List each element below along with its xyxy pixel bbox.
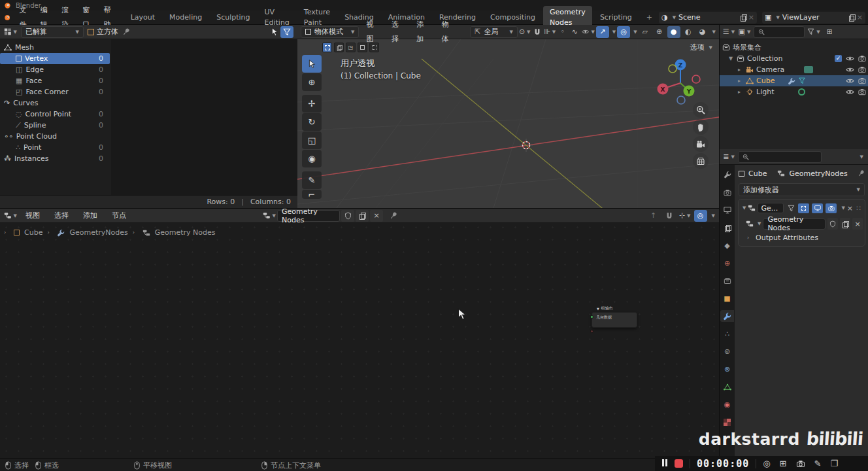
outliner-row-collection[interactable]: ▼ Collection ✓: [720, 53, 868, 64]
tree-group-instances[interactable]: ⁂ Instances 0: [0, 153, 110, 164]
outliner-row-cube[interactable]: ▸ Cube: [720, 75, 868, 86]
node-snap-magnet-icon[interactable]: [663, 210, 676, 222]
gizmos-dropdown-icon[interactable]: ▼: [612, 29, 616, 35]
orthographic-toggle-icon[interactable]: [693, 153, 709, 169]
pivot-point-icon[interactable]: ⊙▼: [519, 26, 531, 38]
collection-checkbox[interactable]: ✓: [835, 55, 842, 62]
viewlayer-selector[interactable]: ▣▼ ViewLayer ×: [762, 12, 865, 24]
select-mode-subtract-icon[interactable]: ◳: [346, 43, 356, 52]
unlink-icon[interactable]: ×: [370, 210, 383, 222]
tool-transform[interactable]: ◉: [302, 150, 322, 167]
xray-toggle-icon[interactable]: ▱: [639, 26, 652, 38]
outliner-search-input[interactable]: [754, 26, 805, 38]
render-visibility-icon[interactable]: [858, 55, 866, 62]
tree-group-curves[interactable]: ↷ Curves: [0, 97, 110, 109]
tab-compositing[interactable]: Compositing: [484, 11, 542, 24]
tab-output-icon[interactable]: [720, 204, 734, 216]
select-mode-intersect-icon[interactable]: [369, 43, 379, 52]
hide-eye-icon[interactable]: [846, 77, 854, 84]
render-visibility-icon[interactable]: [858, 66, 866, 73]
add-workspace-button[interactable]: +: [640, 11, 659, 24]
viewport-menu-view[interactable]: 视图: [360, 18, 384, 46]
tree-type-icon[interactable]: ▼: [263, 210, 276, 222]
tab-modeling[interactable]: Modeling: [163, 11, 209, 24]
tab-physics-icon[interactable]: ⊚: [720, 345, 734, 357]
tool-select-box[interactable]: [302, 55, 322, 73]
overlays-dropdown-icon[interactable]: ▼: [633, 29, 637, 35]
tab-world-icon[interactable]: ⊕: [720, 257, 734, 269]
modifier-drag-handle[interactable]: ∷: [856, 204, 861, 213]
tab-tool-icon[interactable]: [720, 169, 734, 181]
node-snap-mode-icon[interactable]: ⊹▼: [678, 210, 692, 222]
window-mode-icon[interactable]: ❐: [830, 459, 838, 468]
node-overlays-toggle-icon[interactable]: ◎: [694, 210, 707, 222]
extra-input-socket[interactable]: [590, 330, 593, 333]
scene-copy-icon[interactable]: [741, 14, 746, 20]
properties-pin-icon[interactable]: [856, 168, 866, 179]
camera-view-icon[interactable]: [693, 136, 709, 152]
node-pin-icon[interactable]: [388, 210, 399, 222]
navigation-gizmo[interactable]: Z X Y: [655, 54, 706, 105]
display-realtime-toggle-icon[interactable]: [812, 203, 823, 213]
render-visibility-icon[interactable]: [858, 88, 866, 96]
breadcrumb-expand-icon[interactable]: ›: [4, 230, 9, 236]
tab-viewlayer-icon[interactable]: [720, 222, 734, 234]
disclosure-icon[interactable]: ▼: [729, 56, 734, 61]
node-tree-name-field[interactable]: Geometry Nodes: [277, 210, 340, 222]
filter-toggle-icon[interactable]: [280, 26, 293, 38]
tool-scale[interactable]: ◱: [302, 131, 322, 149]
go-parent-tree-icon[interactable]: ↑: [647, 210, 660, 222]
properties-search-input[interactable]: [738, 151, 822, 163]
tree-item-edge[interactable]: ◫ Edge 0: [0, 64, 110, 75]
new-collection-icon[interactable]: ⊞: [823, 26, 836, 38]
geometry-input-socket[interactable]: [590, 315, 593, 319]
proportional-falloff-icon[interactable]: ∿: [569, 26, 580, 38]
tool-rotate[interactable]: ↻: [302, 113, 322, 131]
viewlayer-copy-icon[interactable]: [849, 14, 854, 20]
scene-selector[interactable]: ◑▼ Scene ×: [659, 12, 757, 24]
node-menu-add[interactable]: 添加: [77, 209, 103, 223]
shading-rendered-icon[interactable]: ◕: [696, 26, 709, 38]
shading-solid-icon[interactable]: ●: [667, 26, 680, 38]
transform-orientation-dropdown[interactable]: ⇱ 全局▼: [470, 26, 518, 38]
dataset-dropdown[interactable]: 已解算▼: [21, 26, 84, 38]
tool-move[interactable]: ✢: [302, 95, 322, 113]
modifier-name-field[interactable]: Ge...: [758, 203, 784, 213]
viewport-menu-add[interactable]: 添加: [410, 18, 434, 46]
pan-view-icon[interactable]: [693, 119, 709, 135]
node-overlays-dropdown-icon[interactable]: ▼: [712, 213, 715, 218]
group-output-node[interactable]: ▼组输出 几何数据: [592, 305, 637, 328]
tool-options-dropdown[interactable]: 选项▼: [690, 43, 712, 52]
pin-icon[interactable]: [120, 26, 132, 38]
editor-type-spreadsheet-icon[interactable]: ▼: [4, 26, 17, 38]
snap-target-icon[interactable]: ⊪▼: [544, 26, 556, 38]
hide-eye-icon[interactable]: [846, 88, 854, 96]
disclosure-icon[interactable]: ▸: [738, 78, 743, 84]
viewlayer-remove-icon[interactable]: ×: [857, 13, 863, 22]
modifier-remove-icon[interactable]: ×: [847, 204, 853, 213]
tab-collection-icon[interactable]: [720, 275, 734, 287]
scene-unlink-icon[interactable]: ×: [748, 13, 754, 22]
tab-sculpting[interactable]: Sculpting: [210, 11, 256, 24]
object-visibility-icon[interactable]: ▼: [582, 26, 595, 38]
draw-pen-icon[interactable]: ✎: [814, 459, 822, 468]
outliner-row-light[interactable]: ▸ Light: [720, 86, 868, 97]
proportional-editing-icon[interactable]: ◦: [557, 26, 568, 38]
overlays-toggle-icon[interactable]: ◎: [617, 26, 630, 38]
outliner-row-camera[interactable]: ▸ Camera: [720, 64, 868, 75]
tab-layout[interactable]: Layout: [124, 11, 161, 24]
modifier-extras-dropdown-icon[interactable]: ▼: [841, 205, 844, 211]
snap-magnet-icon[interactable]: [532, 26, 543, 38]
fake-user-shield-icon[interactable]: [341, 210, 354, 222]
tree-copy-icon[interactable]: [840, 218, 850, 230]
node-menu-node[interactable]: 节点: [106, 209, 132, 223]
node-menu-view[interactable]: 视图: [20, 209, 46, 223]
tree-item-point[interactable]: ∴ Point 0: [0, 142, 110, 153]
viewport-menu-object[interactable]: 物体: [436, 18, 459, 46]
shading-material-icon[interactable]: ◐: [682, 26, 695, 38]
disclosure-icon[interactable]: ▸: [738, 89, 743, 95]
modifier-tree-name-field[interactable]: Geometry Nodes: [763, 218, 826, 230]
viewport-menu-select[interactable]: 选择: [386, 18, 409, 46]
outliner-filter-type-icon[interactable]: ▣▼: [738, 26, 751, 38]
tool-cursor[interactable]: ⊕: [302, 73, 322, 91]
